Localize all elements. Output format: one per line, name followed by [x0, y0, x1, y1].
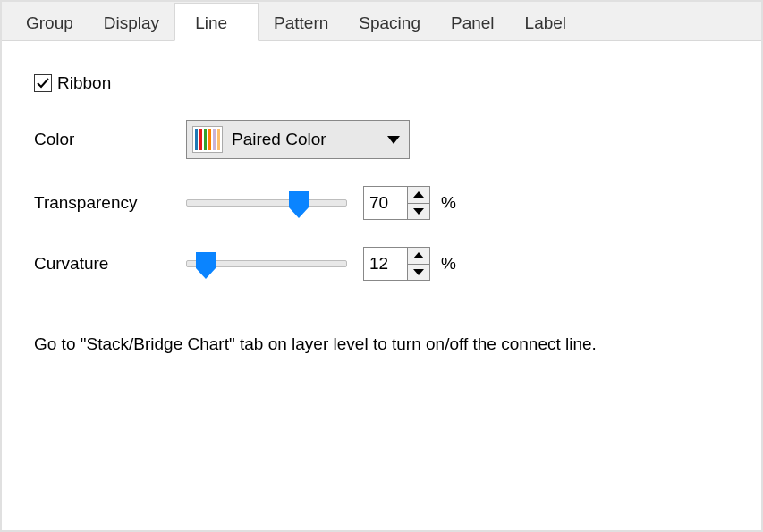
ribbon-checkbox[interactable]	[34, 74, 52, 92]
color-selected-text: Paired Color	[232, 130, 378, 149]
caret-down-icon	[413, 269, 424, 275]
caret-up-icon	[413, 252, 424, 258]
tab-label: Group	[26, 13, 73, 33]
curvature-slider[interactable]	[186, 250, 347, 277]
tab-label: Label	[525, 13, 567, 33]
tab-label[interactable]: Label	[510, 3, 582, 41]
tab-label: Spacing	[359, 13, 420, 33]
transparency-unit: %	[441, 193, 456, 213]
transparency-label: Transparency	[34, 193, 186, 213]
color-label: Color	[34, 130, 186, 149]
checkmark-icon	[36, 76, 50, 90]
color-dropdown[interactable]: Paired Color	[186, 120, 410, 159]
ribbon-label: Ribbon	[57, 73, 111, 93]
tab-pattern[interactable]: Pattern	[259, 3, 343, 41]
caret-up-icon	[413, 191, 424, 198]
tab-group[interactable]: Group	[11, 3, 89, 41]
tab-label: Line	[195, 13, 227, 33]
caret-down-icon	[413, 208, 424, 215]
transparency-step-up[interactable]	[408, 187, 429, 204]
dialog-panel: Group Display Line Pattern Spacing Panel…	[0, 0, 763, 532]
tab-display[interactable]: Display	[89, 3, 174, 41]
curvature-label: Curvature	[34, 254, 186, 274]
transparency-slider[interactable]	[186, 190, 347, 216]
tab-line[interactable]: Line	[174, 3, 259, 41]
slider-thumb[interactable]	[196, 252, 216, 279]
tab-label: Display	[104, 13, 159, 33]
curvature-input[interactable]	[364, 248, 407, 280]
tab-content-line: Ribbon Color Paired Color Transparency	[2, 41, 761, 399]
help-text: Go to "Stack/Bridge Chart" tab on layer …	[34, 334, 597, 354]
curvature-unit: %	[441, 254, 456, 274]
tab-label: Pattern	[274, 13, 328, 33]
color-swatch-icon	[192, 126, 223, 153]
curvature-step-down[interactable]	[408, 265, 429, 281]
slider-track	[186, 199, 347, 207]
tab-spacing[interactable]: Spacing	[343, 3, 436, 41]
chevron-down-icon	[387, 136, 400, 144]
curvature-spinner	[363, 247, 430, 281]
tab-panel[interactable]: Panel	[436, 3, 510, 41]
transparency-step-down[interactable]	[408, 204, 429, 220]
tab-strip: Group Display Line Pattern Spacing Panel…	[2, 2, 761, 41]
slider-thumb[interactable]	[289, 191, 309, 218]
curvature-step-up[interactable]	[408, 248, 429, 265]
transparency-spinner	[363, 186, 430, 220]
transparency-input[interactable]	[364, 187, 407, 219]
tab-label: Panel	[451, 13, 495, 33]
